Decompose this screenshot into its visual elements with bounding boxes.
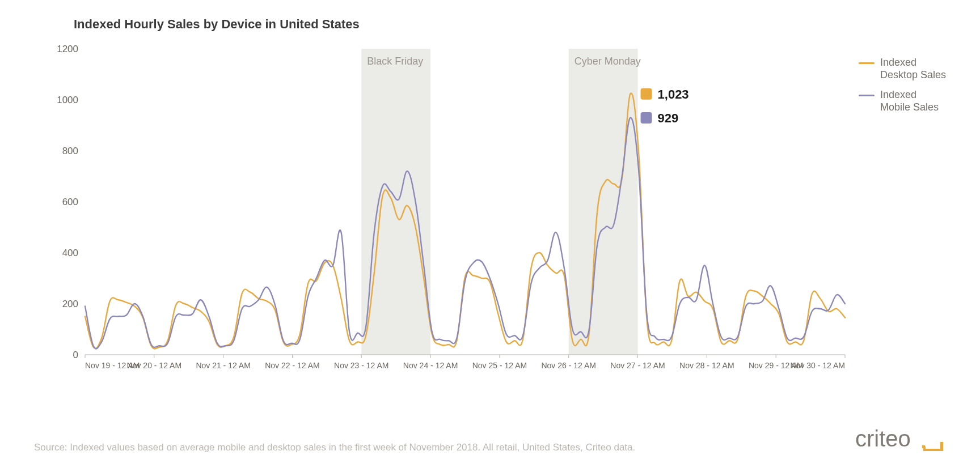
data-label-swatch: [641, 112, 652, 124]
chart-svg: Black FridayCyber Monday0200400600800100…: [45, 37, 851, 400]
x-tick-label: Nov 23 - 12 AM: [334, 361, 389, 370]
band-label: Cyber Monday: [575, 56, 641, 67]
y-tick-label: 400: [62, 248, 78, 258]
band-label: Black Friday: [367, 56, 423, 67]
x-tick-label: Nov 25 - 12 AM: [472, 361, 527, 370]
chart-container: Indexed Hourly Sales by Device in United…: [0, 0, 980, 468]
legend-item: IndexedDesktop Sales: [859, 57, 946, 81]
legend-item: IndexedMobile Sales: [859, 89, 946, 113]
x-tick-label: Nov 27 - 12 AM: [610, 361, 665, 370]
chart-title: Indexed Hourly Sales by Device in United…: [74, 17, 946, 32]
series-line: [85, 118, 845, 349]
x-tick-label: Nov 22 - 12 AM: [265, 361, 320, 370]
data-label: 1,023: [658, 87, 689, 101]
y-tick-label: 200: [62, 299, 78, 309]
legend: IndexedDesktop SalesIndexedMobile Sales: [859, 57, 946, 121]
source-text: Source: Indexed values based on average …: [34, 442, 635, 453]
y-tick-label: 800: [62, 146, 78, 156]
y-tick-label: 1000: [57, 95, 78, 105]
x-tick-label: Nov 26 - 12 AM: [541, 361, 596, 370]
x-tick-label: Nov 24 - 12 AM: [403, 361, 458, 370]
highlight-band: [569, 49, 638, 355]
criteo-logo: criteo: [855, 425, 946, 453]
data-label-swatch: [641, 88, 652, 100]
x-tick-label: Nov 20 - 12 AM: [127, 361, 182, 370]
data-label: 929: [658, 111, 679, 125]
x-tick-label: Nov 30 - 12 AM: [791, 361, 846, 370]
x-tick-label: Nov 28 - 12 AM: [679, 361, 734, 370]
svg-rect-14: [922, 445, 925, 448]
legend-label: IndexedDesktop Sales: [880, 57, 946, 81]
y-tick-label: 600: [62, 197, 78, 207]
footer: Source: Indexed values based on average …: [34, 425, 946, 453]
logo-icon: criteo: [855, 425, 946, 453]
legend-label: IndexedMobile Sales: [880, 89, 939, 113]
series-line: [85, 93, 845, 348]
svg-text:criteo: criteo: [855, 426, 911, 451]
plot-area: Black FridayCyber Monday0200400600800100…: [45, 37, 851, 372]
legend-swatch: [859, 62, 875, 64]
y-tick-label: 0: [73, 350, 78, 360]
x-tick-label: Nov 21 - 12 AM: [196, 361, 251, 370]
legend-swatch: [859, 95, 875, 96]
highlight-band: [361, 49, 430, 355]
y-tick-label: 1200: [57, 44, 78, 54]
